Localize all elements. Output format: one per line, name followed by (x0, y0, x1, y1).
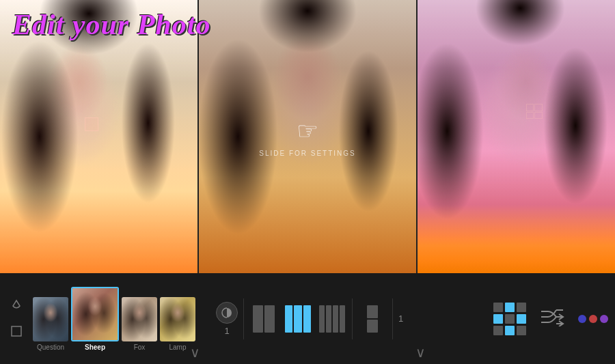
divider-1 (243, 298, 244, 339)
toolbar: Question Sheep Fox Lamp (0, 273, 615, 364)
count-badge-2: 1 (398, 314, 403, 323)
photo-center: ☞ SLIDE FOR SETTINGS (197, 0, 418, 273)
dot-red (589, 315, 597, 323)
layout-control-2: 1 (398, 314, 403, 323)
arrow-down-left[interactable]: ∨ (190, 344, 200, 361)
page-title: Edit your Photo (12, 8, 210, 41)
filter-thumb-lamp (160, 297, 195, 341)
filter-sheep[interactable]: Sheep (71, 287, 119, 351)
filter-fox[interactable]: Fox (122, 297, 157, 351)
slide-text: SLIDE FOR SETTINGS (259, 150, 356, 157)
dot-purple (600, 315, 608, 323)
filter-thumb-question (33, 297, 68, 341)
svg-rect-0 (12, 326, 21, 336)
selection-indicator-left (85, 117, 98, 131)
photo-left (0, 0, 197, 273)
water-drop-icon[interactable] (7, 297, 26, 316)
divider-3 (392, 298, 393, 339)
pixel-grid-right (526, 104, 543, 119)
big-grid-button[interactable] (493, 303, 526, 335)
photo-area: ☞ SLIDE FOR SETTINGS Edit your Photo (0, 0, 615, 273)
color-dots[interactable] (578, 315, 608, 323)
grid-2col-button[interactable] (249, 302, 278, 336)
layout-control-1: 1 (216, 302, 238, 335)
half-circle-button[interactable] (216, 302, 238, 324)
filter-lamp[interactable]: Lamp (160, 297, 195, 351)
filter-strip: Question Sheep Fox Lamp (33, 287, 195, 351)
filter-question[interactable]: Question (33, 297, 68, 351)
filter-thumb-sheep (71, 287, 119, 341)
shuffle-button[interactable] (540, 307, 564, 331)
square-icon[interactable] (7, 322, 26, 341)
grid-2row-button[interactable] (358, 302, 387, 336)
photo-right (418, 0, 615, 273)
slide-overlay: ☞ SLIDE FOR SETTINGS (259, 117, 356, 157)
hair-left (0, 0, 197, 273)
hand-icon: ☞ (297, 117, 318, 145)
right-section (493, 303, 608, 335)
arrow-down-right[interactable]: ∨ (415, 344, 426, 361)
bottom-arrows: ∨ ∨ (0, 344, 615, 361)
grid-3col-button[interactable] (284, 302, 312, 336)
layout-section: 1 1 (216, 298, 403, 339)
grid-4col-button[interactable] (318, 302, 346, 336)
dot-blue (578, 315, 586, 323)
divider-2 (352, 298, 353, 339)
count-badge-1: 1 (224, 326, 229, 335)
hair-right (418, 0, 615, 273)
filter-thumb-fox (122, 297, 157, 341)
tool-icons (7, 297, 26, 341)
